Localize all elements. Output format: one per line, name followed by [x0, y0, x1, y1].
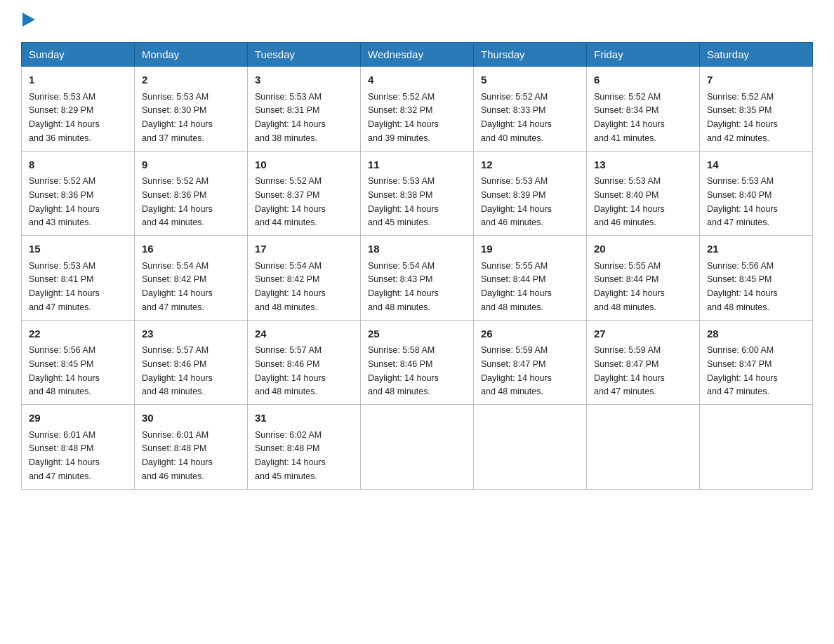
day-info: Sunrise: 5:58 AMSunset: 8:46 PMDaylight:… — [368, 345, 439, 396]
day-info: Sunrise: 5:54 AMSunset: 8:43 PMDaylight:… — [368, 261, 439, 312]
calendar-cell: 10 Sunrise: 5:52 AMSunset: 8:37 PMDaylig… — [248, 151, 361, 236]
week-row-2: 8 Sunrise: 5:52 AMSunset: 8:36 PMDayligh… — [22, 151, 813, 236]
day-info: Sunrise: 5:53 AMSunset: 8:40 PMDaylight:… — [707, 176, 778, 227]
day-info: Sunrise: 5:57 AMSunset: 8:46 PMDaylight:… — [142, 345, 213, 396]
logo — [21, 14, 35, 31]
logo-triangle-icon — [22, 13, 35, 27]
calendar-cell: 26 Sunrise: 5:59 AMSunset: 8:47 PMDaylig… — [474, 320, 587, 405]
week-row-5: 29 Sunrise: 6:01 AMSunset: 8:48 PMDaylig… — [22, 405, 813, 490]
calendar-cell: 11 Sunrise: 5:53 AMSunset: 8:38 PMDaylig… — [361, 151, 474, 236]
day-info: Sunrise: 5:59 AMSunset: 8:47 PMDaylight:… — [481, 345, 552, 396]
calendar-cell: 21 Sunrise: 5:56 AMSunset: 8:45 PMDaylig… — [700, 236, 813, 321]
calendar-cell: 28 Sunrise: 6:00 AMSunset: 8:47 PMDaylig… — [700, 320, 813, 405]
day-number: 8 — [29, 157, 127, 173]
day-number: 14 — [707, 157, 805, 173]
calendar-cell: 3 Sunrise: 5:53 AMSunset: 8:31 PMDayligh… — [248, 67, 361, 152]
day-info: Sunrise: 5:53 AMSunset: 8:41 PMDaylight:… — [29, 261, 100, 312]
calendar-cell: 8 Sunrise: 5:52 AMSunset: 8:36 PMDayligh… — [22, 151, 135, 236]
day-number: 1 — [29, 72, 127, 88]
day-info: Sunrise: 5:56 AMSunset: 8:45 PMDaylight:… — [29, 345, 100, 396]
day-info: Sunrise: 5:52 AMSunset: 8:37 PMDaylight:… — [255, 176, 326, 227]
day-info: Sunrise: 5:52 AMSunset: 8:36 PMDaylight:… — [29, 176, 100, 227]
weekday-header-row: SundayMondayTuesdayWednesdayThursdayFrid… — [22, 43, 813, 67]
week-row-4: 22 Sunrise: 5:56 AMSunset: 8:45 PMDaylig… — [22, 320, 813, 405]
day-number: 30 — [142, 410, 240, 427]
day-number: 24 — [255, 326, 353, 342]
calendar-cell: 16 Sunrise: 5:54 AMSunset: 8:42 PMDaylig… — [135, 236, 248, 321]
day-number: 9 — [142, 157, 240, 173]
calendar-cell: 25 Sunrise: 5:58 AMSunset: 8:46 PMDaylig… — [361, 320, 474, 405]
day-info: Sunrise: 5:53 AMSunset: 8:29 PMDaylight:… — [29, 92, 100, 143]
calendar-cell: 31 Sunrise: 6:02 AMSunset: 8:48 PMDaylig… — [248, 405, 361, 490]
calendar-cell: 4 Sunrise: 5:52 AMSunset: 8:32 PMDayligh… — [361, 67, 474, 152]
day-number: 18 — [368, 241, 466, 257]
day-number: 4 — [368, 72, 466, 88]
calendar-cell: 7 Sunrise: 5:52 AMSunset: 8:35 PMDayligh… — [700, 67, 813, 152]
calendar-table: SundayMondayTuesdayWednesdayThursdayFrid… — [21, 42, 813, 490]
weekday-header-saturday: Saturday — [700, 43, 813, 67]
day-info: Sunrise: 6:00 AMSunset: 8:47 PMDaylight:… — [707, 345, 778, 396]
weekday-header-sunday: Sunday — [22, 43, 135, 67]
day-info: Sunrise: 5:52 AMSunset: 8:32 PMDaylight:… — [368, 92, 439, 143]
calendar-cell: 13 Sunrise: 5:53 AMSunset: 8:40 PMDaylig… — [587, 151, 700, 236]
day-number: 15 — [29, 241, 127, 257]
day-number: 20 — [594, 241, 692, 257]
calendar-cell: 2 Sunrise: 5:53 AMSunset: 8:30 PMDayligh… — [135, 67, 248, 152]
calendar-cell: 9 Sunrise: 5:52 AMSunset: 8:36 PMDayligh… — [135, 151, 248, 236]
calendar-cell: 17 Sunrise: 5:54 AMSunset: 8:42 PMDaylig… — [248, 236, 361, 321]
day-info: Sunrise: 5:54 AMSunset: 8:42 PMDaylight:… — [255, 261, 326, 312]
day-number: 21 — [707, 241, 805, 257]
day-number: 13 — [594, 157, 692, 173]
weekday-header-thursday: Thursday — [474, 43, 587, 67]
day-number: 17 — [255, 241, 353, 257]
day-info: Sunrise: 6:01 AMSunset: 8:48 PMDaylight:… — [142, 430, 213, 481]
day-number: 11 — [368, 157, 466, 173]
day-number: 5 — [481, 72, 579, 88]
day-info: Sunrise: 5:55 AMSunset: 8:44 PMDaylight:… — [594, 261, 665, 312]
svg-marker-0 — [22, 13, 35, 27]
day-number: 29 — [29, 410, 127, 427]
weekday-header-friday: Friday — [587, 43, 700, 67]
calendar-cell: 6 Sunrise: 5:52 AMSunset: 8:34 PMDayligh… — [587, 67, 700, 152]
day-number: 26 — [481, 326, 579, 342]
day-info: Sunrise: 5:56 AMSunset: 8:45 PMDaylight:… — [707, 261, 778, 312]
week-row-3: 15 Sunrise: 5:53 AMSunset: 8:41 PMDaylig… — [22, 236, 813, 321]
calendar-cell: 5 Sunrise: 5:52 AMSunset: 8:33 PMDayligh… — [474, 67, 587, 152]
day-number: 27 — [594, 326, 692, 342]
day-number: 3 — [255, 72, 353, 88]
day-number: 25 — [368, 326, 466, 342]
calendar-cell: 30 Sunrise: 6:01 AMSunset: 8:48 PMDaylig… — [135, 405, 248, 490]
day-number: 22 — [29, 326, 127, 342]
calendar-cell: 29 Sunrise: 6:01 AMSunset: 8:48 PMDaylig… — [22, 405, 135, 490]
day-info: Sunrise: 5:53 AMSunset: 8:38 PMDaylight:… — [368, 176, 439, 227]
week-row-1: 1 Sunrise: 5:53 AMSunset: 8:29 PMDayligh… — [22, 67, 813, 152]
day-number: 2 — [142, 72, 240, 88]
calendar-cell: 14 Sunrise: 5:53 AMSunset: 8:40 PMDaylig… — [700, 151, 813, 236]
weekday-header-wednesday: Wednesday — [361, 43, 474, 67]
day-info: Sunrise: 5:53 AMSunset: 8:31 PMDaylight:… — [255, 92, 326, 143]
day-info: Sunrise: 5:52 AMSunset: 8:35 PMDaylight:… — [707, 92, 778, 143]
day-number: 28 — [707, 326, 805, 342]
day-info: Sunrise: 5:52 AMSunset: 8:36 PMDaylight:… — [142, 176, 213, 227]
calendar-cell — [700, 405, 813, 490]
day-info: Sunrise: 6:01 AMSunset: 8:48 PMDaylight:… — [29, 430, 100, 481]
day-info: Sunrise: 5:55 AMSunset: 8:44 PMDaylight:… — [481, 261, 552, 312]
day-number: 7 — [707, 72, 805, 88]
day-number: 12 — [481, 157, 579, 173]
calendar-cell: 22 Sunrise: 5:56 AMSunset: 8:45 PMDaylig… — [22, 320, 135, 405]
calendar-cell: 18 Sunrise: 5:54 AMSunset: 8:43 PMDaylig… — [361, 236, 474, 321]
day-number: 23 — [142, 326, 240, 342]
calendar-cell — [587, 405, 700, 490]
day-info: Sunrise: 5:52 AMSunset: 8:34 PMDaylight:… — [594, 92, 665, 143]
day-number: 6 — [594, 72, 692, 88]
calendar-cell — [361, 405, 474, 490]
day-info: Sunrise: 5:53 AMSunset: 8:39 PMDaylight:… — [481, 176, 552, 227]
day-info: Sunrise: 5:54 AMSunset: 8:42 PMDaylight:… — [142, 261, 213, 312]
calendar-cell: 1 Sunrise: 5:53 AMSunset: 8:29 PMDayligh… — [22, 67, 135, 152]
day-number: 19 — [481, 241, 579, 257]
calendar-cell: 23 Sunrise: 5:57 AMSunset: 8:46 PMDaylig… — [135, 320, 248, 405]
day-number: 31 — [255, 410, 353, 427]
calendar-cell: 27 Sunrise: 5:59 AMSunset: 8:47 PMDaylig… — [587, 320, 700, 405]
calendar-cell: 15 Sunrise: 5:53 AMSunset: 8:41 PMDaylig… — [22, 236, 135, 321]
day-number: 10 — [255, 157, 353, 173]
